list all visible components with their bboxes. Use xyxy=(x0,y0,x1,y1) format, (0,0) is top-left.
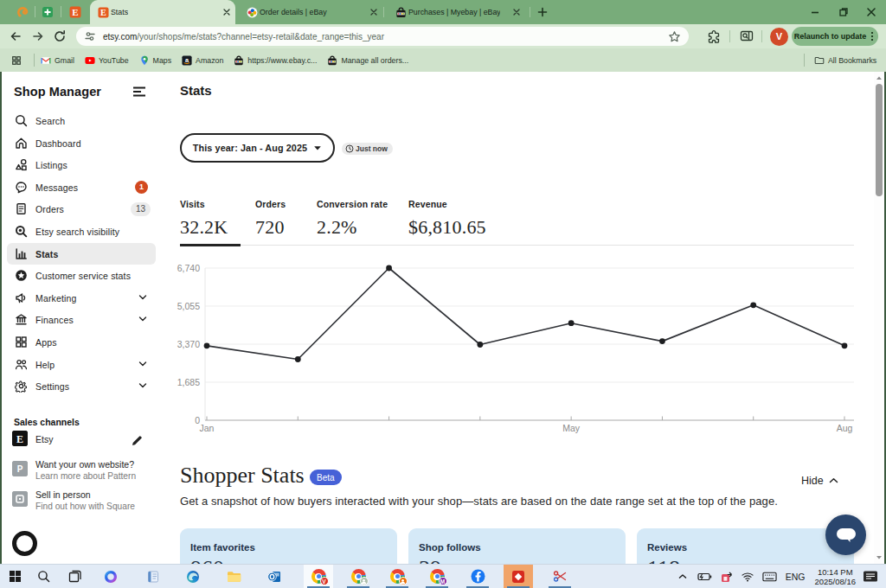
new-tab-button[interactable] xyxy=(535,4,550,20)
bookmark-item[interactable]: Manage all orders... xyxy=(327,53,408,67)
taskbar-outlook-button[interactable] xyxy=(260,565,289,588)
taskbar-chrome-button[interactable] xyxy=(343,565,373,588)
scroll-up-icon[interactable] xyxy=(876,74,883,81)
tab-order-details[interactable]: Order details | eBay xyxy=(239,0,381,24)
search-icon xyxy=(15,114,28,127)
relaunch-to-update-button[interactable]: Relaunch to update xyxy=(792,27,878,46)
bookmark-item[interactable]: https://www.ebay.c... xyxy=(234,53,317,67)
loading-ring xyxy=(12,531,37,556)
language-indicator[interactable]: ENG xyxy=(786,572,806,582)
sidebar-item-orders[interactable]: Orders13 xyxy=(7,198,156,220)
side-panel-button[interactable] xyxy=(739,29,754,44)
taskbar-copilot-button[interactable] xyxy=(96,565,125,588)
sidebar-item-customer-service-stats[interactable]: Customer service stats xyxy=(7,265,156,286)
taskbar-anydesk-button[interactable] xyxy=(504,565,533,588)
bookmark-item[interactable]: Gmail xyxy=(41,53,74,67)
sidebar-item-dashboard[interactable]: Dashboard xyxy=(7,132,156,154)
sidebar-item-finances[interactable]: Finances xyxy=(7,309,156,330)
window-close-button[interactable] xyxy=(863,3,880,21)
square-subtitle[interactable]: Find out how with Square xyxy=(35,502,135,511)
notification-center-icon[interactable] xyxy=(863,570,880,584)
apps-grid-button[interactable] xyxy=(11,53,22,67)
toolbar-separator xyxy=(761,30,762,42)
metric-label: Conversion rate xyxy=(317,199,388,209)
sidebar-item-messages[interactable]: Messages1 xyxy=(7,176,156,198)
taskbar-chrome-v-button[interactable]: V xyxy=(304,565,333,588)
bookmark-star-icon[interactable] xyxy=(668,30,681,43)
date-range-dropdown[interactable]: This year: Jan - Aug 2025 xyxy=(180,133,335,163)
taskbar-chrome-m-button[interactable]: M xyxy=(422,565,452,588)
sidebar-item-etsy-search-visibility[interactable]: Etsy search visibility xyxy=(7,220,156,242)
address-bar[interactable]: etsy.com/your/shops/me/stats?channel=ets… xyxy=(76,27,689,46)
wifi-icon[interactable] xyxy=(741,570,755,583)
site-settings-icon[interactable] xyxy=(84,30,96,42)
scroll-down-icon[interactable] xyxy=(876,554,883,561)
taskbar-win-start-button[interactable] xyxy=(1,565,30,588)
taskbar-explorer-button[interactable] xyxy=(219,565,248,588)
youtube-icon xyxy=(85,55,95,66)
pinned-tab-etsy[interactable]: E xyxy=(69,6,81,18)
taskbar-task-view-button[interactable] xyxy=(60,565,89,588)
extensions-button[interactable] xyxy=(706,29,722,44)
metric-orders[interactable]: Orders720 xyxy=(255,199,286,239)
etsy-channel-label[interactable]: Etsy xyxy=(35,434,53,444)
taskbar-chrome-button[interactable] xyxy=(382,565,412,588)
tab-close-icon[interactable] xyxy=(510,5,523,19)
clock-datetime[interactable]: 10:14 PM2025/08/16 xyxy=(814,567,856,586)
tab-purchases[interactable]: Purchases | Myebay | eBay xyxy=(388,0,528,24)
profile-avatar[interactable]: V xyxy=(770,28,788,46)
sidebar-item-search[interactable]: Search xyxy=(7,110,156,131)
pinned-tab-sheets[interactable] xyxy=(42,6,54,18)
relaunch-label: Relaunch to update xyxy=(794,32,867,41)
sidebar-item-help[interactable]: Help xyxy=(7,354,156,375)
square-title[interactable]: Sell in person xyxy=(35,489,91,500)
pattern-subtitle[interactable]: Learn more about Pattern xyxy=(35,471,136,481)
bookmark-item[interactable]: aAmazon xyxy=(182,53,223,67)
window-restore-button[interactable] xyxy=(835,3,852,21)
chat-widget-button[interactable] xyxy=(825,514,866,555)
taskbar-scissors-button[interactable] xyxy=(545,565,575,588)
metric-visits[interactable]: Visits32.2K xyxy=(180,199,228,239)
tab-stats[interactable]: E Stats xyxy=(90,0,235,24)
tab-close-icon[interactable] xyxy=(220,5,234,19)
taskbar-facebook-button[interactable] xyxy=(463,565,492,588)
metric-conversion-rate[interactable]: Conversion rate2.2% xyxy=(317,199,388,239)
metric-revenue[interactable]: Revenue$6,810.65 xyxy=(408,199,486,239)
edit-pencil-icon[interactable] xyxy=(131,435,143,447)
sidebar-collapse-button[interactable] xyxy=(132,86,146,97)
pattern-title[interactable]: Want your own website? xyxy=(35,459,134,470)
sidebar-item-apps[interactable]: Apps xyxy=(7,331,156,353)
sidebar-item-stats[interactable]: Stats xyxy=(7,243,156,265)
sidebar-item-label: Marketing xyxy=(35,293,76,304)
gmail-icon xyxy=(41,55,51,66)
window-minimize-button[interactable] xyxy=(806,3,824,21)
sidebar-item-label: Stats xyxy=(35,249,58,259)
sidebar-item-listings[interactable]: Listings xyxy=(7,154,156,176)
sidebar-item-settings[interactable]: Settings xyxy=(7,375,156,397)
tray-app-icon[interactable] xyxy=(719,570,734,583)
forward-button[interactable] xyxy=(30,29,46,44)
page-scrollbar[interactable] xyxy=(874,72,884,564)
all-bookmarks-button[interactable]: All Bookmarks xyxy=(814,53,876,67)
windows-taskbar: VM ENG 10:14 PM2025/08/16 xyxy=(0,564,886,588)
chevron-up-icon xyxy=(829,477,838,484)
kebab-menu-icon[interactable] xyxy=(869,30,876,42)
scrollbar-thumb[interactable] xyxy=(876,84,883,196)
taskbar-edge-button[interactable] xyxy=(178,565,208,588)
battery-icon[interactable] xyxy=(697,570,712,583)
reload-button[interactable] xyxy=(52,29,67,44)
hide-section-button[interactable]: Hide xyxy=(801,475,838,487)
tab-close-icon[interactable] xyxy=(367,5,381,19)
taskbar-journal-button[interactable] xyxy=(138,565,168,588)
tray-chevron-up-icon[interactable] xyxy=(676,570,690,583)
bookmark-item[interactable]: Maps xyxy=(139,53,172,67)
taskbar-win-search-button[interactable] xyxy=(29,565,58,588)
chrome-profile-badge: M xyxy=(439,577,447,585)
back-button[interactable] xyxy=(8,29,23,44)
pinned-tab-prawn[interactable] xyxy=(16,6,29,18)
touch-keyboard-icon[interactable] xyxy=(762,570,777,583)
bookmark-item[interactable]: YouTube xyxy=(85,53,129,67)
sidebar-item-marketing[interactable]: Marketing xyxy=(7,287,156,309)
refreshed-just-now-chip[interactable]: Just now xyxy=(342,143,393,155)
close-icon xyxy=(866,7,876,17)
